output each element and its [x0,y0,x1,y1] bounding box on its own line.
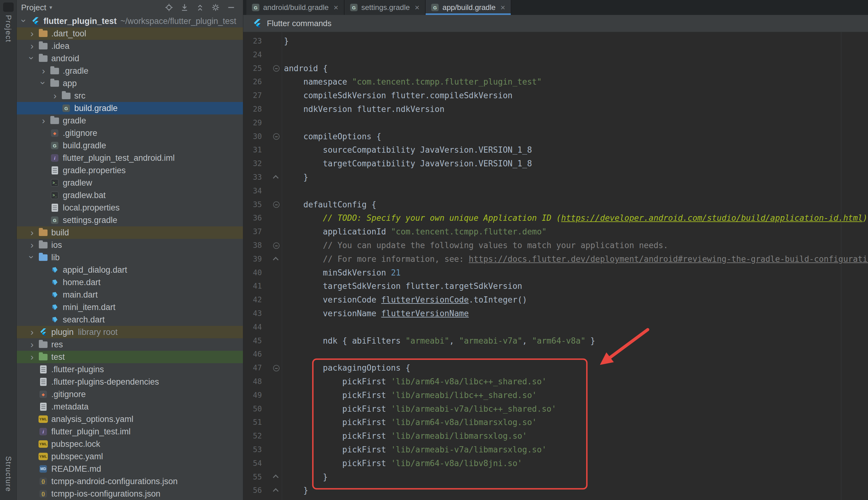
chevron-right-icon[interactable]: › [26,228,38,237]
tree-item-lib[interactable]: ›lib [17,251,243,264]
chevron-down-icon[interactable]: › [27,53,36,64]
tree-item-flutter-plugin-test-iml[interactable]: iflutter_plugin_test.iml [17,425,243,438]
tree-item-readme-md[interactable]: MDREADME.md [17,463,243,475]
code-line-52[interactable]: 52 pickFirst 'lib/armeabi/libmarsxlog.so… [243,429,868,443]
tree-item-gitignore[interactable]: ◆.gitignore [17,127,243,139]
code-line-45[interactable]: 45 ndk { abiFilters "armeabi", "armeabi-… [243,334,868,348]
tree-item-gradlew-bat[interactable]: >_gradlew.bat [17,189,243,202]
project-view-dropdown[interactable]: Project ▾ [21,3,52,12]
tree-item-search-dart[interactable]: search.dart [17,314,243,326]
code-line-26[interactable]: 26 namespace "com.tencent.tcmpp.flutter_… [243,75,868,89]
code-line-48[interactable]: 48 pickFirst 'lib/arm64-v8a/libc++_share… [243,375,868,389]
fold-end-icon[interactable] [273,257,278,262]
tree-item-build-gradle[interactable]: Gbuild.gradle [17,139,243,152]
fold-collapse-icon[interactable]: − [273,133,280,140]
tree-item-flutter-plugin-test-android-iml[interactable]: iflutter_plugin_test_android.iml [17,152,243,164]
tree-item-src[interactable]: ›src [17,90,243,102]
code-line-35[interactable]: 35− defaultConfig { [243,198,868,212]
locate-file-icon[interactable] [165,3,173,12]
code-line-31[interactable]: 31 sourceCompatibility JavaVersion.VERSI… [243,143,868,157]
code-line-36[interactable]: 36 // TODO: Specify your own unique Appl… [243,212,868,225]
chevron-right-icon[interactable]: › [38,116,49,125]
editor-tab-app-build-gradle[interactable]: Gapp/build.gradle× [426,0,511,15]
chevron-right-icon[interactable]: › [26,29,38,38]
tree-item-gradlew[interactable]: >_gradlew [17,177,243,189]
chevron-right-icon[interactable]: › [26,340,38,349]
tab-close-icon[interactable]: × [501,3,505,12]
tree-item-gradle[interactable]: ›gradle [17,114,243,127]
tree-item-build-gradle[interactable]: Gbuild.gradle [17,102,243,114]
code-line-37[interactable]: 37 applicationId "com.tencent.tcmpp.flut… [243,225,868,239]
code-line-53[interactable]: 53 pickFirst 'lib/armeabi-v7a/libmarsxlo… [243,443,868,457]
fold-end-icon[interactable] [273,475,278,480]
code-line-39[interactable]: 39 // For more information, see: https:/… [243,252,868,266]
chevron-down-icon[interactable]: › [38,77,48,89]
tree-item-flutter-plugins[interactable]: .flutter-plugins [17,363,243,376]
code-line-29[interactable]: 29 [243,116,868,130]
code-line-24[interactable]: 24 [243,48,868,62]
chevron-right-icon[interactable]: › [26,41,38,51]
chevron-right-icon[interactable]: › [26,352,38,362]
fold-end-icon[interactable] [273,175,278,181]
editor-tab-settings-gradle[interactable]: Gsettings.gradle× [344,0,426,15]
code-line-38[interactable]: 38− // You can update the following valu… [243,239,868,252]
tree-item-test[interactable]: ›test [17,351,243,363]
fold-collapse-icon[interactable]: − [273,365,280,372]
code-line-41[interactable]: 41 targetSdkVersion flutter.targetSdkVer… [243,280,868,293]
tree-item-analysis-options-yaml[interactable]: YMLanalysis_options.yaml [17,413,243,425]
code-line-54[interactable]: 54 pickFirst 'lib/arm64-v8a/libv8jni.so' [243,457,868,470]
tree-item-flutter-plugins-dependencies[interactable]: .flutter-plugins-dependencies [17,376,243,388]
collapse-all-icon[interactable] [196,3,204,12]
tree-item-main-dart[interactable]: main.dart [17,288,243,301]
chevron-down-icon[interactable]: › [19,15,28,26]
tree-item-dart-tool[interactable]: ›.dart_tool [17,27,243,40]
code-line-33[interactable]: 33 } [243,171,868,184]
tree-item-pubspec-yaml[interactable]: YMLpubspec.yaml [17,450,243,463]
chevron-right-icon[interactable]: › [49,91,61,100]
tree-item-build[interactable]: ›build [17,226,243,239]
code-line-46[interactable]: 46 [243,348,868,361]
tree-item-settings-gradle[interactable]: Gsettings.gradle [17,214,243,226]
tree-item-tcmpp-ios-configurations-json[interactable]: {}tcmpp-ios-configurations.json [17,488,243,500]
tree-item-ios[interactable]: ›ios [17,239,243,251]
code-line-42[interactable]: 42 versionCode flutterVersionCode.toInte… [243,293,868,307]
code-line-25[interactable]: 25−android { [243,62,868,76]
code-line-30[interactable]: 30− compileOptions { [243,130,868,144]
code-line-55[interactable]: 55 } [243,470,868,484]
code-line-51[interactable]: 51 pickFirst 'lib/arm64-v8a/libmarsxlog.… [243,416,868,429]
tool-window-button-project[interactable]: Project [4,15,13,43]
tree-item-gitignore[interactable]: ◆.gitignore [17,388,243,400]
tree-item-gradle-properties[interactable]: gradle.properties [17,164,243,177]
tab-close-icon[interactable]: × [415,3,419,12]
scroll-to-source-icon[interactable] [180,3,189,12]
code-line-32[interactable]: 32 targetCompatibility JavaVersion.VERSI… [243,157,868,171]
fold-collapse-icon[interactable]: − [273,65,280,72]
code-line-47[interactable]: 47− packagingOptions { [243,361,868,375]
chevron-down-icon[interactable]: › [27,252,36,263]
tool-window-button-structure[interactable]: Structure [4,456,13,492]
tree-item-plugin[interactable]: ›pluginlibrary root [17,326,243,338]
chevron-right-icon[interactable]: › [26,327,38,337]
tree-item-android[interactable]: ›android [17,52,243,65]
tree-item-res[interactable]: ›res [17,338,243,351]
code-line-50[interactable]: 50 pickFirst 'lib/armeabi-v7a/libc++_sha… [243,402,868,416]
fold-collapse-icon[interactable]: − [273,202,280,208]
tree-item-idea[interactable]: ›.idea [17,40,243,52]
editor-tab-android-build-gradle[interactable]: Gandroid/build.gradle× [246,0,344,15]
tree-item-pubspec-lock[interactable]: YMLpubspec.lock [17,438,243,450]
code-line-34[interactable]: 34 [243,184,868,198]
chevron-right-icon[interactable]: › [38,66,49,76]
tree-item-appid-dialog-dart[interactable]: appid_dialog.dart [17,264,243,276]
settings-gear-icon[interactable] [211,3,220,12]
tree-item-gradle[interactable]: ›.gradle [17,65,243,77]
tree-item-tcmpp-android-configurations-json[interactable]: {}tcmpp-android-configurations.json [17,475,243,488]
tree-item-mini-item-dart[interactable]: mini_item.dart [17,301,243,314]
tree-item-metadata[interactable]: .metadata [17,400,243,413]
code-line-44[interactable]: 44 [243,321,868,334]
code-line-43[interactable]: 43 versionName flutterVersionName [243,307,868,321]
tree-item-project-root[interactable]: › flutter_plugin_test ~/workspace/flutte… [17,15,243,27]
code-line-27[interactable]: 27 compileSdkVersion flutter.compileSdkV… [243,89,868,103]
code-line-49[interactable]: 49 pickFirst 'lib/armeabi/libc++_shared.… [243,389,868,402]
fold-collapse-icon[interactable]: − [273,242,280,249]
code-line-40[interactable]: 40 minSdkVersion 21 [243,266,868,280]
